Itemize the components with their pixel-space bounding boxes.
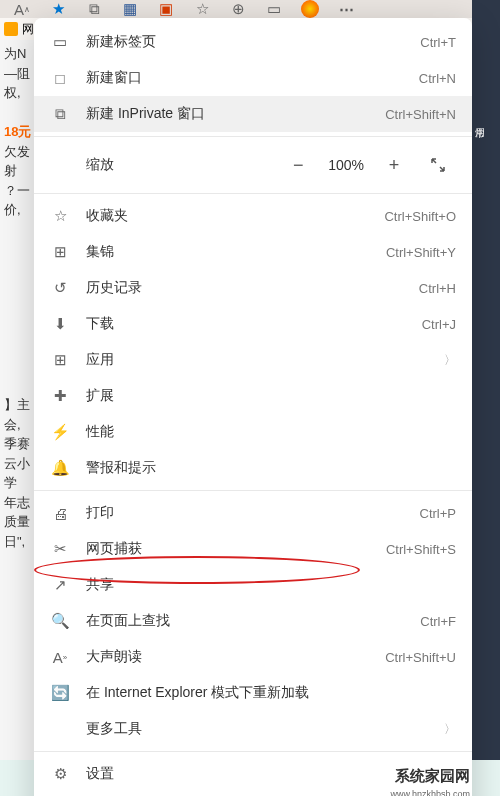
read-aloud-label: 大声朗读 [86, 648, 385, 666]
collections-label: 集锦 [86, 243, 386, 261]
new-tab-item[interactable]: ▭ 新建标签页 Ctrl+T [34, 24, 472, 60]
divider [34, 136, 472, 137]
right-sidebar: 常用 [472, 0, 500, 760]
divider [34, 193, 472, 194]
new-tab-shortcut: Ctrl+T [420, 35, 456, 50]
downloads-label: 下载 [86, 315, 422, 333]
favorites-shortcut: Ctrl+Shift+O [384, 209, 456, 224]
apps-item[interactable]: ⊞ 应用 〉 [34, 342, 472, 378]
alerts-label: 警报和提示 [86, 459, 456, 477]
chevron-right-icon: 〉 [444, 352, 456, 369]
new-tab-label: 新建标签页 [86, 33, 420, 51]
extensions-item[interactable]: ✚ 扩展 [34, 378, 472, 414]
favorites-icon[interactable]: ☆ [192, 0, 212, 19]
divider [34, 490, 472, 491]
share-item[interactable]: ↗ 共享 [34, 567, 472, 603]
watermark-main: 系统家园网 [395, 767, 470, 786]
new-inprivate-item[interactable]: ⧉ 新建 InPrivate 窗口 Ctrl+Shift+N [34, 96, 472, 132]
collections-shortcut: Ctrl+Shift+Y [386, 245, 456, 260]
capture-icon: ✂ [50, 539, 70, 559]
find-item[interactable]: 🔍 在页面上查找 Ctrl+F [34, 603, 472, 639]
performance-icon: ⚡ [50, 422, 70, 442]
find-label: 在页面上查找 [86, 612, 420, 630]
extensions-label: 扩展 [86, 387, 456, 405]
extensions-icon: ✚ [50, 386, 70, 406]
new-window-icon: □ [50, 68, 70, 88]
history-item[interactable]: ↺ 历史记录 Ctrl+H [34, 270, 472, 306]
ie-mode-icon: 🔄 [50, 683, 70, 703]
gear-icon: ⚙ [50, 764, 70, 784]
watermark-sub: www.hnzkhbsb.com [390, 789, 470, 796]
share-label: 共享 [86, 576, 456, 594]
tabs-icon[interactable]: ▭ [264, 0, 284, 19]
more-tools-item[interactable]: 更多工具 〉 [34, 711, 472, 747]
inprivate-icon: ⧉ [50, 104, 70, 124]
share-icon: ↗ [50, 575, 70, 595]
chevron-right-icon: 〉 [444, 721, 456, 738]
history-shortcut: Ctrl+H [419, 281, 456, 296]
read-aloud-icon: A» [50, 647, 70, 667]
favorites-label: 收藏夹 [86, 207, 384, 225]
favorites-icon: ☆ [50, 206, 70, 226]
downloads-icon: ⬇ [50, 314, 70, 334]
bookmark-item[interactable]: 网 [22, 21, 34, 38]
print-label: 打印 [86, 504, 420, 522]
find-shortcut: Ctrl+F [420, 614, 456, 629]
capture-shortcut: Ctrl+Shift+S [386, 542, 456, 557]
zoom-in-button[interactable]: + [376, 149, 412, 181]
new-window-label: 新建窗口 [86, 69, 419, 87]
profile-icon[interactable] [300, 0, 320, 19]
zoom-out-button[interactable]: − [280, 149, 316, 181]
zoom-row: 缩放 − 100% + [34, 141, 472, 189]
bookmark-folder-icon [4, 22, 18, 36]
read-aloud-item[interactable]: A» 大声朗读 Ctrl+Shift+U [34, 639, 472, 675]
inprivate-label: 新建 InPrivate 窗口 [86, 105, 385, 123]
apps-icon: ⊞ [50, 350, 70, 370]
collections-icon[interactable]: ⊕ [228, 0, 248, 19]
collections-item[interactable]: ⊞ 集锦 Ctrl+Shift+Y [34, 234, 472, 270]
app-icon-1[interactable]: ▦ [120, 0, 140, 19]
more-tools-icon [50, 719, 70, 739]
new-tab-icon: ▭ [50, 32, 70, 52]
find-icon: 🔍 [50, 611, 70, 631]
font-size-icon[interactable]: A∧ [12, 0, 32, 19]
print-shortcut: Ctrl+P [420, 506, 456, 521]
more-tools-label: 更多工具 [86, 720, 436, 738]
divider [34, 751, 472, 752]
zoom-value: 100% [316, 157, 376, 173]
downloads-shortcut: Ctrl+J [422, 317, 456, 332]
inprivate-shortcut: Ctrl+Shift+N [385, 107, 456, 122]
ie-mode-label: 在 Internet Explorer 模式下重新加载 [86, 684, 456, 702]
capture-item[interactable]: ✂ 网页捕获 Ctrl+Shift+S [34, 531, 472, 567]
performance-item[interactable]: ⚡ 性能 [34, 414, 472, 450]
collections-icon: ⊞ [50, 242, 70, 262]
new-window-item[interactable]: □ 新建窗口 Ctrl+N [34, 60, 472, 96]
performance-label: 性能 [86, 423, 456, 441]
ie-mode-item[interactable]: 🔄 在 Internet Explorer 模式下重新加载 [34, 675, 472, 711]
print-item[interactable]: 🖨 打印 Ctrl+P [34, 495, 472, 531]
bell-icon: 🔔 [50, 458, 70, 478]
sidebar-label: 常用 [472, 0, 486, 120]
history-label: 历史记录 [86, 279, 419, 297]
apps-label: 应用 [86, 351, 436, 369]
capture-label: 网页捕获 [86, 540, 386, 558]
downloads-item[interactable]: ⬇ 下载 Ctrl+J [34, 306, 472, 342]
new-window-shortcut: Ctrl+N [419, 71, 456, 86]
history-icon: ↺ [50, 278, 70, 298]
zoom-label: 缩放 [86, 156, 280, 174]
browser-toolbar: A∧ ★ ⧉ ▦ ▣ ☆ ⊕ ▭ ⋯ [0, 0, 500, 18]
more-menu-icon[interactable]: ⋯ [336, 0, 356, 19]
read-aloud-shortcut: Ctrl+Shift+U [385, 650, 456, 665]
split-icon[interactable]: ⧉ [84, 0, 104, 19]
alerts-item[interactable]: 🔔 警报和提示 [34, 450, 472, 486]
print-icon: 🖨 [50, 503, 70, 523]
background-content: 为N —阻 权, 18元 欠发射 ？一 价, 】主 会, 季赛 云小学 年志 质… [0, 40, 36, 760]
fullscreen-button[interactable] [420, 149, 456, 181]
context-menu: ▭ 新建标签页 Ctrl+T □ 新建窗口 Ctrl+N ⧉ 新建 InPriv… [34, 18, 472, 796]
favorite-star-icon[interactable]: ★ [48, 0, 68, 19]
fullscreen-icon [430, 157, 446, 173]
app-icon-2[interactable]: ▣ [156, 0, 176, 19]
favorites-item[interactable]: ☆ 收藏夹 Ctrl+Shift+O [34, 198, 472, 234]
